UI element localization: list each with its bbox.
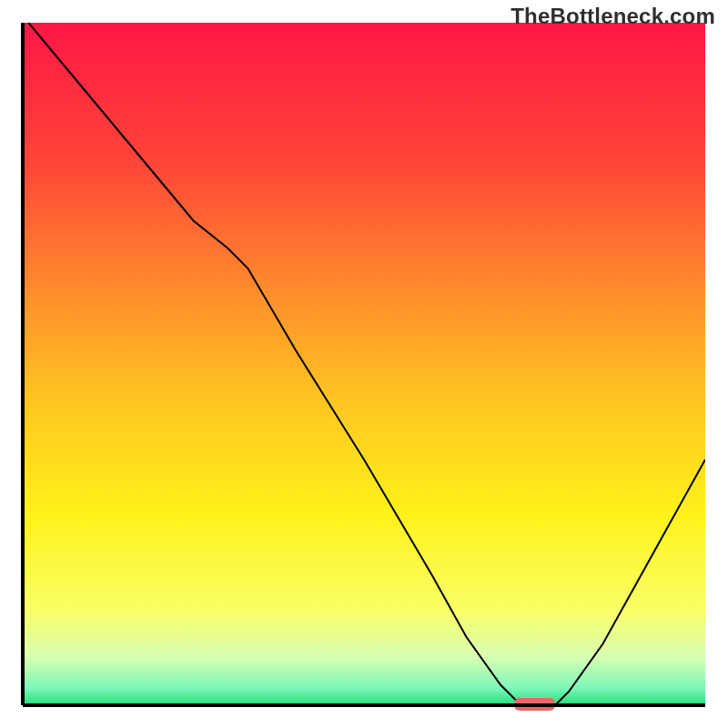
watermark-text: TheBottleneck.com — [511, 4, 715, 29]
gradient-background — [23, 23, 705, 705]
bottleneck-chart — [0, 0, 728, 728]
chart-container: TheBottleneck.com — [0, 0, 728, 728]
